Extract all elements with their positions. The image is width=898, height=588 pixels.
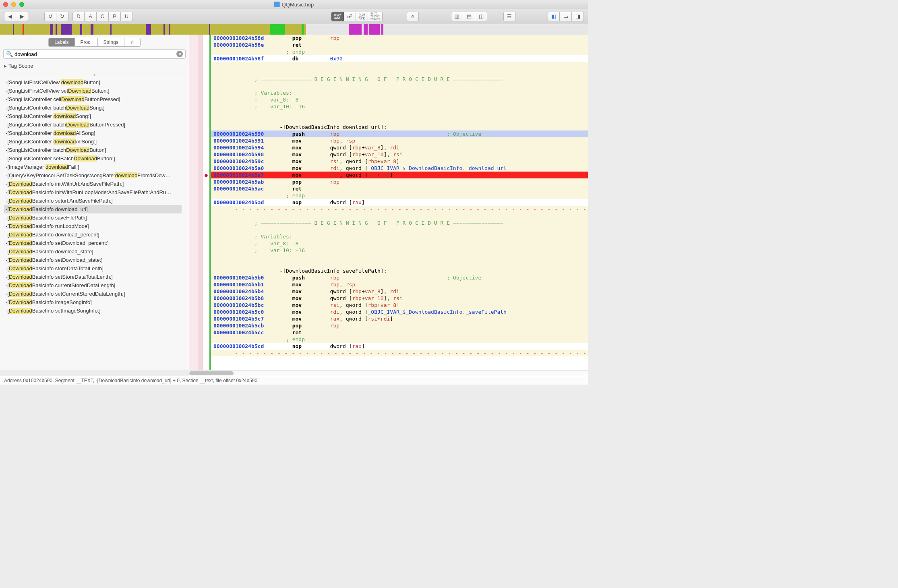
label-list[interactable]: -[SongListFirstCellView downloadButton]-…	[4, 78, 182, 370]
code-line[interactable]: ; ================ B E G I N N I N G O F…	[211, 219, 588, 226]
code-line[interactable]: ; var_8: -8	[211, 240, 588, 247]
type-u-button[interactable]: U	[121, 12, 133, 21]
close-window-button[interactable]	[3, 2, 8, 7]
code-line[interactable]: ; var_8: -8	[211, 96, 588, 103]
label-item[interactable]: -[DownloadBasicInfo download_percent]	[4, 230, 182, 239]
label-item[interactable]: -[DownloadBasicInfo initWithUrl:AndSaveF…	[4, 180, 182, 188]
cpu-button[interactable]: ⌾	[407, 12, 419, 21]
code-line[interactable]	[211, 261, 588, 267]
label-item[interactable]: -[DownloadBasicInfo initWithRunLoopMode:…	[4, 188, 182, 197]
code-line[interactable]: 000000010024b58d pop rbp	[211, 35, 588, 41]
hex-mode-button[interactable]: 48f70 786572 204469	[368, 12, 383, 21]
label-item[interactable]: -[SongListController downloadSong:]	[4, 112, 182, 120]
disasm-hscroll[interactable]	[189, 370, 588, 376]
code-line[interactable]: 000000010024b594 mov qword [rbp+var_8], …	[211, 144, 588, 151]
tag-scope-toggle[interactable]: Tag Scope	[0, 61, 189, 71]
divider-handle[interactable]: ●	[0, 71, 189, 78]
label-item[interactable]: -[DownloadBasicInfo setDownload_state:]	[4, 256, 182, 264]
minimize-window-button[interactable]	[11, 2, 16, 7]
code-line[interactable]: 000000010024b58e ret	[211, 41, 588, 48]
code-line[interactable]: ; var_10: -16	[211, 103, 588, 110]
label-item[interactable]: -[DownloadBasicInfo saveFilePath]	[4, 213, 182, 222]
label-item[interactable]: -[DownloadBasicInfo seturl:AndSaveFilePa…	[4, 197, 182, 205]
label-item[interactable]: -[DownloadBasicInfo storeDataTotalLenth]	[4, 264, 182, 273]
code-area[interactable]: 000000010024b58d pop rbp000000010024b58e…	[211, 35, 588, 370]
code-line[interactable]: ; Variables:	[211, 89, 588, 96]
breakpoint-gutter[interactable]: ●	[203, 35, 209, 370]
code-line[interactable]: 000000010024b5cd nop dword [rax]	[211, 343, 588, 350]
asm-mode-button[interactable]: mov add	[331, 12, 344, 21]
label-item[interactable]: -[SongListController batchDownloadButton…	[4, 146, 182, 154]
tab-proc[interactable]: Proc.	[75, 38, 98, 47]
redo-button[interactable]: ↻	[56, 12, 68, 21]
type-d-button[interactable]: D	[72, 12, 85, 21]
left-panel-toggle[interactable]: ◧	[548, 12, 560, 21]
options-button[interactable]: ☰	[503, 12, 515, 21]
code-line[interactable]: 000000010024b5b8 mov qword [rbp+var_10],…	[211, 295, 588, 302]
label-item[interactable]: -[SongListFirstCellView setDownloadButto…	[4, 87, 182, 95]
code-line[interactable]: - - - - - - - - - - - - - - - - - - - - …	[211, 62, 588, 69]
code-line[interactable]	[211, 254, 588, 261]
zoom-window-button[interactable]	[19, 2, 24, 7]
code-line[interactable]: 000000010024b5a7 mov rax, qword [rsi+rdi…	[211, 172, 588, 178]
code-line[interactable]: 000000010024b59c mov rsi, qword [rbp+var…	[211, 158, 588, 165]
bottom-panel-toggle[interactable]: ▭	[560, 12, 572, 21]
tab-strings[interactable]: Strings	[98, 38, 124, 47]
code-line[interactable]: 000000010024b5cb pop rbp	[211, 322, 588, 329]
pseudo-mode-button[interactable]: if(b) f(x);	[356, 12, 368, 21]
code-line[interactable]: -[DownloadBasicInfo download_url]:	[211, 124, 588, 130]
code-line[interactable]: 000000010024b5ad nop dword [rax]	[211, 199, 588, 206]
code-line[interactable]: 000000010024b590 push rbp ; Objective	[211, 130, 588, 137]
label-item[interactable]: -[DownloadBasicInfo runLoopMode]	[4, 222, 182, 230]
code-line[interactable]: - - - - - - - - - - - - - - - - - - - - …	[211, 350, 588, 356]
search-input[interactable]	[14, 51, 176, 57]
code-line[interactable]: ; endp	[211, 48, 588, 55]
code-line[interactable]	[211, 117, 588, 124]
code-line[interactable]	[211, 110, 588, 117]
label-item[interactable]: -[QueryVKeyProtocol SetTaskSongs:songRat…	[4, 171, 182, 180]
nav-forward-button[interactable]: ▶	[16, 12, 28, 21]
label-item[interactable]: -[DownloadBasicInfo download_url]	[4, 205, 182, 213]
label-item[interactable]: -[DownloadBasicInfo currentStoredDataLen…	[4, 281, 182, 290]
code-line[interactable]: 000000010024b5ac ret	[211, 185, 588, 192]
label-item[interactable]: -[SongListController batchDownloadButton…	[4, 120, 182, 129]
code-line[interactable]	[211, 226, 588, 233]
code-line[interactable]: ; endp	[211, 336, 588, 343]
layout-button-2[interactable]: ◫	[475, 12, 487, 21]
code-line[interactable]: 000000010024b5a0 mov rdi, qword [_OBJC_I…	[211, 165, 588, 172]
nav-back-button[interactable]: ◀	[4, 12, 16, 21]
code-line[interactable]: 000000010024b5b1 mov rbp, rsp	[211, 281, 588, 288]
cfg-mode-button[interactable]: ☍	[344, 12, 356, 21]
label-item[interactable]: -[SongListController cellDownloadButtonP…	[4, 95, 182, 104]
code-line[interactable]: 000000010024b5b0 push rbp ; Objective	[211, 274, 588, 281]
layout-button-0[interactable]: ▥	[451, 12, 463, 21]
code-line[interactable]: 000000010024b5bc mov rsi, qword [rbp+var…	[211, 302, 588, 308]
code-line[interactable]	[211, 83, 588, 89]
type-a-button[interactable]: A	[85, 12, 97, 21]
code-line[interactable]: ; Variables:	[211, 233, 588, 240]
label-item[interactable]: -[SongListFirstCellView downloadButton]	[4, 78, 182, 87]
code-line[interactable]: 000000010024b5cc ret	[211, 329, 588, 336]
code-line[interactable]: ; endp	[211, 192, 588, 199]
label-item[interactable]: -[SongListController downloadAllSong:]	[4, 137, 182, 146]
label-item[interactable]: -[ImageManager downloadFail:]	[4, 163, 182, 171]
code-line[interactable]: 000000010024b5b4 mov qword [rbp+var_8], …	[211, 288, 588, 295]
code-line[interactable]: 000000010024b5ab pop rbp	[211, 178, 588, 185]
type-p-button[interactable]: P	[109, 12, 121, 21]
label-item[interactable]: -[DownloadBasicInfo setImageSongInfo:]	[4, 306, 182, 315]
segment-minimap[interactable]	[0, 24, 588, 35]
clear-search-button[interactable]: ✕	[176, 51, 183, 57]
code-line[interactable]: ; var_10: -16	[211, 247, 588, 254]
code-line[interactable]: 000000010024b5c7 mov rax, qword [rsi+rdi…	[211, 315, 588, 322]
label-item[interactable]: -[SongListController downloadAllSong]	[4, 129, 182, 137]
label-item[interactable]: -[DownloadBasicInfo download_state]	[4, 247, 182, 256]
code-line[interactable]: 000000010024b591 mov rbp, rsp	[211, 137, 588, 144]
label-item[interactable]: -[DownloadBasicInfo setCurrentStoredData…	[4, 290, 182, 298]
code-line[interactable]: 000000010024b5c0 mov rdi, qword [_OBJC_I…	[211, 308, 588, 315]
sidebar-scrollbar[interactable]	[183, 78, 189, 370]
label-item[interactable]: -[DownloadBasicInfo setDownload_percent:…	[4, 239, 182, 247]
layout-button-1[interactable]: ▤	[463, 12, 475, 21]
code-line[interactable]	[211, 213, 588, 219]
code-line[interactable]: 000000010024b58f db 0x90	[211, 55, 588, 62]
right-panel-toggle[interactable]: ◨	[572, 12, 584, 21]
